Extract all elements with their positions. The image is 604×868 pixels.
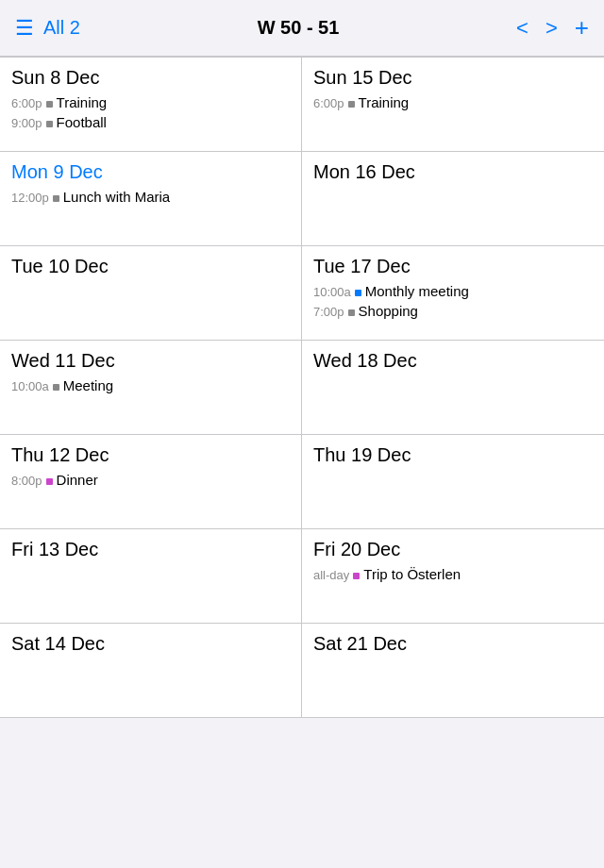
day-cell-thu12[interactable]: Thu 12 Dec8:00pDinner xyxy=(0,435,302,529)
event-list-tue17: 10:00aMonthly meeting7:00pShopping xyxy=(313,283,593,319)
event-dot-icon xyxy=(53,195,59,202)
event-item[interactable]: 12:00pLunch with Maria xyxy=(11,189,290,205)
add-event-button[interactable]: + xyxy=(575,13,589,42)
day-cell-wed18[interactable]: Wed 18 Dec xyxy=(302,341,604,435)
day-header-tue17: Tue 17 Dec xyxy=(313,256,593,277)
day-header-sat14: Sat 14 Dec xyxy=(11,633,290,655)
event-time: 12:00p xyxy=(11,191,49,205)
event-list-thu12: 8:00pDinner xyxy=(11,472,290,488)
day-header-sun15: Sun 15 Dec xyxy=(313,67,593,89)
day-cell-sat14[interactable]: Sat 14 Dec xyxy=(0,624,302,718)
event-list-fri20: all-dayTrip to Österlen xyxy=(313,566,593,582)
event-dot-icon xyxy=(46,121,53,127)
event-item[interactable]: 6:00pTraining xyxy=(11,94,290,110)
event-title: Shopping xyxy=(359,303,418,319)
event-item[interactable]: 7:00pShopping xyxy=(313,303,593,319)
event-time: 6:00p xyxy=(313,96,344,110)
event-time: 10:00a xyxy=(313,285,351,299)
header-right: < > + xyxy=(516,13,589,42)
event-item[interactable]: 8:00pDinner xyxy=(11,472,290,488)
event-time: 10:00a xyxy=(11,379,49,393)
day-cell-wed11[interactable]: Wed 11 Dec10:00aMeeting xyxy=(0,341,302,435)
menu-icon[interactable]: ☰ xyxy=(15,16,34,41)
event-title: Training xyxy=(359,94,410,110)
day-cell-fri20[interactable]: Fri 20 Decall-dayTrip to Österlen xyxy=(302,529,604,624)
day-cell-tue10[interactable]: Tue 10 Dec xyxy=(0,246,302,341)
event-dot-icon xyxy=(348,101,355,108)
header-left: ☰ All 2 xyxy=(15,16,80,41)
day-header-thu12: Thu 12 Dec xyxy=(11,444,290,466)
day-header-wed11: Wed 11 Dec xyxy=(11,350,290,372)
event-item[interactable]: all-dayTrip to Österlen xyxy=(313,566,593,582)
all-calendars-button[interactable]: All 2 xyxy=(43,17,80,39)
prev-week-button[interactable]: < xyxy=(516,16,528,41)
day-cell-mon9[interactable]: Mon 9 Dec12:00pLunch with Maria xyxy=(0,152,302,246)
event-dot-icon xyxy=(46,101,53,108)
day-header-tue10: Tue 10 Dec xyxy=(11,256,290,277)
day-header-mon9: Mon 9 Dec xyxy=(11,161,290,183)
event-list-sun15: 6:00pTraining xyxy=(313,94,593,110)
event-time: 9:00p xyxy=(11,116,42,130)
day-cell-sun8[interactable]: Sun 8 Dec6:00pTraining9:00pFootball xyxy=(0,58,302,152)
day-cell-thu19[interactable]: Thu 19 Dec xyxy=(302,435,604,529)
day-cell-sat21[interactable]: Sat 21 Dec xyxy=(302,624,604,718)
week-range-title: W 50 - 51 xyxy=(80,17,516,39)
day-cell-tue17[interactable]: Tue 17 Dec10:00aMonthly meeting7:00pShop… xyxy=(302,246,604,341)
day-header-wed18: Wed 18 Dec xyxy=(313,350,593,372)
event-item[interactable]: 9:00pFootball xyxy=(11,114,290,130)
event-title: Dinner xyxy=(57,472,98,488)
calendar-grid: Sun 8 Dec6:00pTraining9:00pFootballSun 1… xyxy=(0,57,604,718)
day-header-mon16: Mon 16 Dec xyxy=(313,161,593,183)
header: ☰ All 2 W 50 - 51 < > + xyxy=(0,0,604,57)
day-header-fri20: Fri 20 Dec xyxy=(313,539,593,560)
event-title: Trip to Österlen xyxy=(363,566,461,582)
event-dot-icon xyxy=(355,290,361,296)
event-item[interactable]: 10:00aMonthly meeting xyxy=(313,283,593,299)
event-list-wed11: 10:00aMeeting xyxy=(11,377,290,393)
event-time: 7:00p xyxy=(313,305,344,319)
event-list-sun8: 6:00pTraining9:00pFootball xyxy=(11,94,290,130)
day-header-sun8: Sun 8 Dec xyxy=(11,67,290,89)
event-dot-icon xyxy=(353,573,360,579)
day-header-thu19: Thu 19 Dec xyxy=(313,444,593,466)
day-header-fri13: Fri 13 Dec xyxy=(11,539,290,560)
event-dot-icon xyxy=(348,309,355,316)
day-cell-fri13[interactable]: Fri 13 Dec xyxy=(0,529,302,624)
event-title: Meeting xyxy=(63,377,113,393)
day-cell-sun15[interactable]: Sun 15 Dec6:00pTraining xyxy=(302,58,604,152)
event-time: 6:00p xyxy=(11,96,42,110)
event-time: all-day xyxy=(313,568,349,582)
day-header-sat21: Sat 21 Dec xyxy=(313,633,593,655)
event-title: Football xyxy=(57,114,107,130)
event-title: Training xyxy=(57,94,108,110)
event-list-mon9: 12:00pLunch with Maria xyxy=(11,189,290,205)
event-dot-icon xyxy=(46,478,53,485)
event-time: 8:00p xyxy=(11,474,42,488)
event-item[interactable]: 6:00pTraining xyxy=(313,94,593,110)
event-title: Lunch with Maria xyxy=(63,189,170,205)
event-item[interactable]: 10:00aMeeting xyxy=(11,377,290,393)
day-cell-mon16[interactable]: Mon 16 Dec xyxy=(302,152,604,246)
event-title: Monthly meeting xyxy=(365,283,469,299)
event-dot-icon xyxy=(53,384,59,391)
next-week-button[interactable]: > xyxy=(545,16,558,41)
